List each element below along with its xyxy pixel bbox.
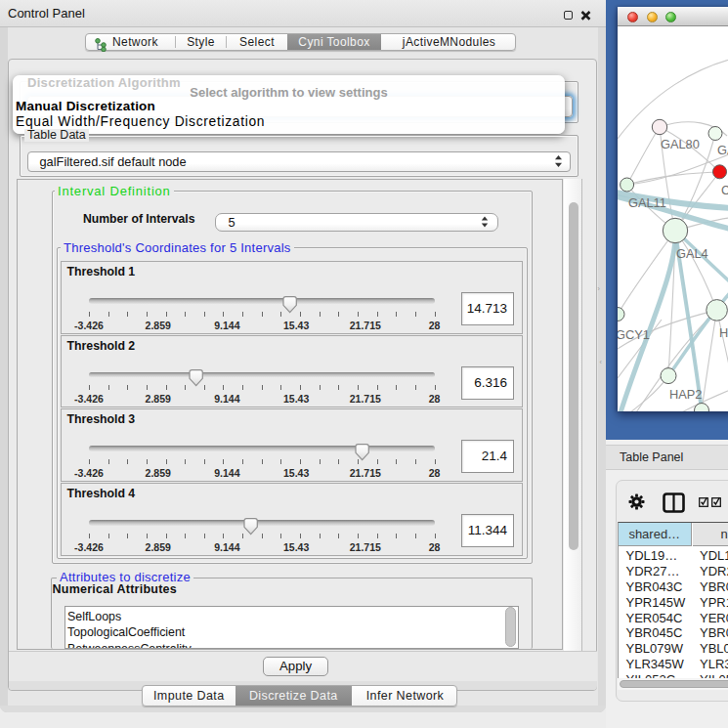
svg-text:GCY1: GCY1: [618, 327, 650, 342]
svg-text:GA: GA: [717, 143, 728, 157]
svg-text:GAL11: GAL11: [628, 195, 666, 210]
svg-text:GAL4: GAL4: [676, 246, 708, 261]
svg-text:HAP2: HAP2: [669, 387, 702, 402]
svg-text:H: H: [719, 325, 728, 340]
svg-text:GAL80: GAL80: [661, 137, 700, 151]
svg-text:C: C: [721, 183, 728, 197]
